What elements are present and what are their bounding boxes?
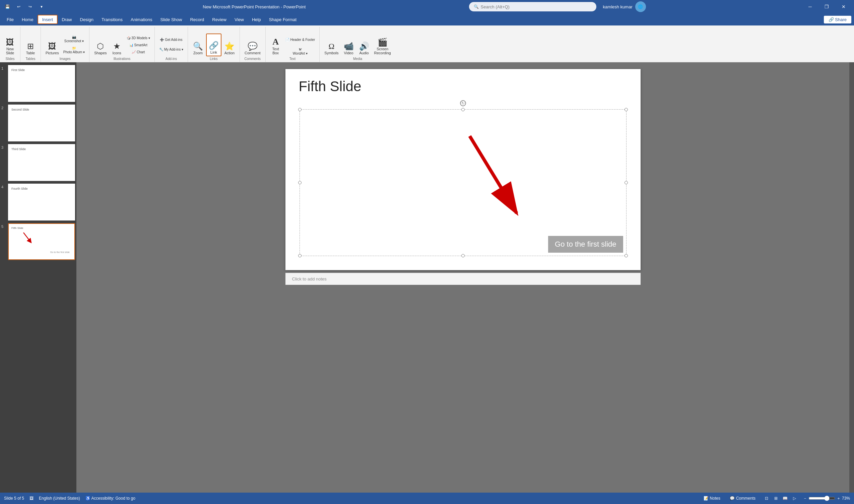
menu-view[interactable]: View [231, 15, 248, 24]
menu-review[interactable]: Review [208, 15, 231, 24]
menu-shape-format[interactable]: Shape Format [265, 15, 301, 24]
slide-thumb-4[interactable]: 4 Fourth Slide [1, 184, 75, 220]
handle-ml[interactable] [298, 181, 302, 184]
ribbon-zoom[interactable]: 🔍 Zoom [190, 34, 205, 56]
ribbon-icons[interactable]: ★ Icons [110, 34, 124, 56]
slide-panel[interactable]: 1 First Slide 2 Second Slide 3 Third Sli… [0, 62, 76, 492]
ribbon-group-images-label: Images [43, 56, 87, 62]
slide-preview-5[interactable]: Fifth Slide Go to the first slide [8, 223, 75, 260]
menu-slideshow[interactable]: Slide Show [156, 15, 186, 24]
ribbon-audio[interactable]: 🔊 Audio [357, 34, 371, 56]
slide-thumb-3[interactable]: 3 Third Slide [1, 144, 75, 181]
ribbon-media-items: Ω Symbols 📹 Video 🔊 Audio 🎬 ScreenRecord… [322, 27, 393, 56]
slide-sorter-button[interactable]: ⊞ [771, 494, 780, 502]
menu-draw[interactable]: Draw [58, 15, 76, 24]
handle-bl[interactable] [298, 254, 302, 257]
ribbon-video[interactable]: 📹 Video [341, 34, 356, 56]
smartart-icon: 📊 SmartArt [129, 43, 147, 47]
menu-insert[interactable]: Insert [38, 15, 58, 24]
menu-animations[interactable]: Animations [127, 15, 156, 24]
ribbon-table[interactable]: ⊞ Table [23, 34, 38, 56]
slide-2-title: Second Slide [12, 108, 29, 111]
avatar[interactable]: 🌐 [635, 1, 646, 12]
canvas-area[interactable]: Fifth Slide ↻ [76, 62, 849, 492]
ribbon-pictures[interactable]: 🖼 Pictures [43, 34, 61, 56]
handle-tc[interactable] [461, 108, 465, 111]
slideshow-button[interactable]: ▷ [791, 494, 799, 502]
slide-indicator-icon: 🖼 [30, 496, 34, 501]
menu-design[interactable]: Design [76, 15, 97, 24]
handle-tl[interactable] [298, 108, 302, 111]
zoom-slider[interactable] [808, 496, 835, 501]
slide-5-mini-arrow [22, 231, 32, 244]
ribbon-comment[interactable]: 💬 Comment [242, 34, 263, 56]
search-bar[interactable]: 🔍 [469, 2, 596, 12]
ribbon-my-addins[interactable]: 🔧 My Add-ins ▾ [158, 47, 185, 56]
ribbon-symbols[interactable]: Ω Symbols [322, 34, 340, 56]
ribbon-group-text: A TextBox 📄 Header & Footer W WordArt ▾ … [266, 27, 320, 62]
slide-canvas[interactable]: Fifth Slide ↻ [286, 69, 640, 270]
ribbon-text-box[interactable]: A TextBox [268, 34, 283, 56]
handle-mr[interactable] [624, 181, 628, 184]
ribbon-wordart[interactable]: W WordArt ▾ [284, 47, 317, 56]
ribbon-header-footer[interactable]: 📄 Header & Footer [284, 37, 317, 47]
ribbon-group-slides-label: Slides [3, 56, 17, 62]
comments-button[interactable]: 💬 Comments [727, 495, 758, 501]
notes-button[interactable]: 📝 Notes [701, 495, 723, 501]
right-scrollbar[interactable] [849, 62, 854, 492]
slide-preview-2[interactable]: Second Slide [8, 105, 75, 141]
handle-tr[interactable] [624, 108, 628, 111]
title-bar: 💾 ↩ ↪ ▾ New Microsoft PowerPoint Present… [0, 0, 854, 13]
menu-transitions[interactable]: Transitions [97, 15, 127, 24]
slide-thumb-5[interactable]: 5 Fifth Slide Go to the first slide [1, 223, 75, 260]
ribbon-3d-models[interactable]: 🎲 3D Models ▾ [125, 36, 152, 42]
ribbon-group-illustrations-label: Illustrations [92, 56, 152, 62]
undo-button[interactable]: ↩ [14, 2, 23, 12]
share-button[interactable]: 🔗 Share [824, 16, 851, 23]
zoom-level[interactable]: 73% [842, 496, 850, 501]
slide-5-mini-content: Go to the first slide [50, 251, 70, 253]
restore-button[interactable]: ❐ [819, 1, 835, 12]
ribbon-link[interactable]: 🔗 Link [206, 34, 221, 56]
rotate-handle[interactable]: ↻ [460, 100, 466, 106]
close-button[interactable]: ✕ [836, 1, 851, 12]
slide-preview-1[interactable]: First Slide [8, 65, 75, 102]
slide-thumb-1[interactable]: 1 First Slide [1, 65, 75, 102]
ribbon-chart[interactable]: 📈 Chart [125, 50, 152, 56]
handle-bc[interactable] [461, 254, 465, 257]
ribbon: 🖼 NewSlide Slides ⊞ Table Tables 🖼 Pictu… [0, 25, 854, 62]
slide-preview-3[interactable]: Third Slide [8, 144, 75, 181]
ribbon-action[interactable]: ⭐ Action [222, 34, 237, 56]
ribbon-get-addins[interactable]: ➕ Get Add-ins [158, 37, 185, 47]
minimize-button[interactable]: ─ [802, 1, 818, 12]
reading-view-button[interactable]: 📖 [781, 494, 790, 502]
slide-thumb-2[interactable]: 2 Second Slide [1, 105, 75, 141]
ribbon-screenshot[interactable]: 📷 Screenshot ▾ [62, 35, 87, 45]
menu-home[interactable]: Home [18, 15, 38, 24]
user-area: kamlesh kumar 🌐 [603, 1, 646, 12]
ribbon-group-comments: 💬 Comment Comments [240, 27, 266, 62]
zoom-in-button[interactable]: ＋ [837, 496, 841, 501]
ribbon-smartart[interactable]: 📊 SmartArt [125, 42, 152, 49]
menu-file[interactable]: File [3, 15, 18, 24]
menu-record[interactable]: Record [186, 15, 208, 24]
ribbon-photo-album[interactable]: 📁 Photo Album ▾ [62, 46, 87, 56]
ribbon-screen-recording[interactable]: 🎬 ScreenRecording [372, 34, 393, 56]
slide-preview-4[interactable]: Fourth Slide [8, 184, 75, 220]
handle-br[interactable] [624, 254, 628, 257]
customize-qat-button[interactable]: ▾ [37, 2, 46, 12]
ribbon-new-slide[interactable]: 🖼 NewSlide [3, 34, 17, 56]
ribbon-group-text-label: Text [268, 56, 317, 62]
normal-view-button[interactable]: ⊡ [762, 494, 771, 502]
symbols-icon: Ω [329, 42, 335, 50]
ribbon-group-illustrations: ⬡ Shapes ★ Icons 🎲 3D Models ▾ 📊 SmartAr… [89, 27, 155, 62]
header-footer-icon: 📄 Header & Footer [286, 38, 315, 41]
search-input[interactable] [481, 4, 592, 10]
notes-click-area[interactable]: Click to add notes [286, 273, 640, 285]
zoom-out-button[interactable]: － [803, 496, 807, 501]
save-button[interactable]: 💾 [3, 2, 12, 12]
ribbon-shapes[interactable]: ⬡ Shapes [92, 34, 109, 56]
window-controls: ─ ❐ ✕ [802, 1, 851, 12]
redo-button[interactable]: ↪ [25, 2, 35, 12]
menu-help[interactable]: Help [248, 15, 265, 24]
